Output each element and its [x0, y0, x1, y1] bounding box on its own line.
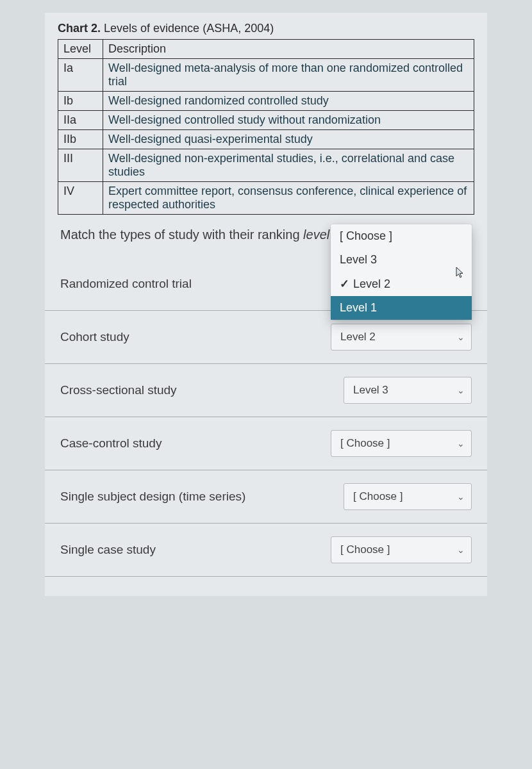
table-row: IaWell-designed meta-analysis of more th…: [58, 59, 474, 92]
select-value: [ Choose ]: [340, 543, 390, 556]
question-page: Chart 2. Levels of evidence (ASHA, 2004)…: [45, 13, 487, 596]
cell-level: III: [58, 149, 103, 182]
match-label: Cohort study: [60, 330, 331, 344]
cell-level: IV: [58, 182, 103, 215]
header-level: Level: [58, 40, 103, 59]
cell-description: Well-designed meta-analysis of more than…: [103, 59, 474, 92]
cell-description: Well-designed controlled study without r…: [103, 111, 474, 130]
level-select[interactable]: Level 2 ⌄: [331, 324, 472, 351]
match-row-case-control: Case-control study [ Choose ] ⌄: [45, 417, 487, 470]
chevron-down-icon: ⌄: [457, 385, 465, 395]
dropdown-item-level2[interactable]: Level 2: [331, 272, 472, 296]
dropdown-item-level3[interactable]: Level 3: [331, 248, 472, 272]
level-select[interactable]: [ Choose ] ⌄: [331, 430, 472, 457]
table-row: IVExpert committee report, consensus con…: [58, 182, 474, 215]
chevron-down-icon: ⌄: [457, 492, 465, 502]
match-row-randomized: Randomized control trial Level 1 ⌄ [ Cho…: [45, 258, 487, 311]
cursor-icon: [455, 266, 465, 279]
evidence-table: Level Description IaWell-designed meta-a…: [58, 39, 474, 215]
dropdown-item-choose[interactable]: [ Choose ]: [331, 224, 472, 248]
cell-description: Well-designed non-experimental studies, …: [103, 149, 474, 182]
dropdown-item-label: Level 1: [340, 301, 377, 315]
match-label: Cross-sectional study: [60, 383, 344, 397]
cell-level: Ia: [58, 59, 103, 92]
match-label: Single subject design (time series): [60, 490, 344, 504]
cell-level: IIb: [58, 130, 103, 149]
question-italic: level: [303, 227, 329, 242]
table-row: IIIWell-designed non-experimental studie…: [58, 149, 474, 182]
cell-level: IIa: [58, 111, 103, 130]
match-row-cross-sectional: Cross-sectional study Level 3 ⌄: [45, 364, 487, 417]
level-dropdown-open[interactable]: [ Choose ] Level 3 Level 2 Level 1: [331, 224, 472, 320]
chart-title-bold: Chart 2.: [58, 22, 101, 35]
match-label: Case-control study: [60, 436, 331, 451]
match-row-single-subject: Single subject design (time series) [ Ch…: [45, 470, 487, 524]
chevron-down-icon: ⌄: [457, 545, 465, 555]
cell-description: Expert committee report, consensus confe…: [103, 182, 474, 215]
chart-title: Chart 2. Levels of evidence (ASHA, 2004): [45, 19, 487, 39]
select-value: Level 3: [353, 384, 388, 397]
cell-description: Well-designed quasi-experimental study: [103, 130, 474, 149]
table-row: IIbWell-designed quasi-experimental stud…: [58, 130, 474, 149]
level-select[interactable]: Level 3 ⌄: [344, 377, 472, 404]
match-label: Single case study: [60, 543, 331, 557]
match-label: Randomized control trial: [60, 277, 331, 291]
dropdown-item-level1[interactable]: Level 1: [331, 296, 472, 320]
chevron-down-icon: ⌄: [457, 438, 465, 449]
cell-description: Well-designed randomized controlled stud…: [103, 92, 474, 111]
chart-title-text: Levels of evidence (ASHA, 2004): [101, 22, 274, 35]
table-row: IIaWell-designed controlled study withou…: [58, 111, 474, 130]
level-select[interactable]: [ Choose ] ⌄: [331, 536, 472, 563]
chevron-down-icon: ⌄: [457, 332, 465, 342]
question-prefix: Match the types of study with their rank…: [60, 227, 303, 242]
level-select[interactable]: [ Choose ] ⌄: [344, 483, 472, 510]
header-description: Description: [103, 40, 474, 59]
match-row-single-case: Single case study [ Choose ] ⌄: [45, 524, 487, 577]
cell-level: Ib: [58, 92, 103, 111]
select-value: [ Choose ]: [353, 490, 403, 503]
select-value: [ Choose ]: [340, 437, 390, 450]
select-value: Level 2: [340, 331, 376, 343]
table-row: IbWell-designed randomized controlled st…: [58, 92, 474, 111]
table-header-row: Level Description: [58, 40, 474, 59]
